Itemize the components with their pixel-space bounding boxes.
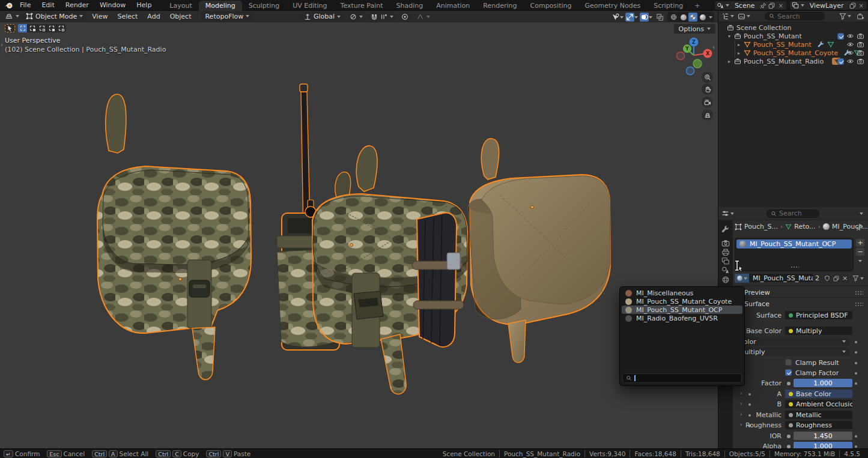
- roughness-field[interactable]: Roughness: [785, 421, 852, 429]
- display-mode-button[interactable]: [738, 13, 750, 20]
- metallic-field[interactable]: Metallic: [785, 411, 852, 419]
- breadcrumb-data[interactable]: Reto...: [794, 223, 815, 231]
- camera-view-button[interactable]: [702, 97, 713, 108]
- viewlayer-selector[interactable]: ViewLayer ×: [790, 1, 867, 10]
- tab-shading[interactable]: Shading: [390, 1, 430, 11]
- camera-render-icon[interactable]: [857, 49, 864, 56]
- exclude-checkbox[interactable]: [837, 58, 844, 65]
- remove-viewlayer-icon[interactable]: ×: [858, 2, 865, 9]
- tab-sculpting[interactable]: Sculpting: [242, 1, 286, 11]
- duplicate-material-icon[interactable]: [832, 274, 840, 283]
- select-mode-intersect[interactable]: [56, 24, 66, 32]
- tab-modeling[interactable]: Modeling: [199, 1, 242, 11]
- chevron-down-icon[interactable]: [709, 16, 712, 19]
- animate-dot[interactable]: [855, 362, 857, 364]
- animate-dot[interactable]: [855, 382, 857, 385]
- panel-grip[interactable]: [855, 302, 863, 306]
- camera-render-icon[interactable]: [857, 32, 864, 40]
- add-workspace-button[interactable]: +: [690, 1, 705, 11]
- filter-button[interactable]: [839, 13, 851, 20]
- animate-dot[interactable]: [855, 435, 857, 438]
- shading-solid-icon[interactable]: [679, 13, 688, 22]
- pouch-mutant-ocp[interactable]: [97, 94, 251, 380]
- disclosure-triangle[interactable]: ▸: [736, 50, 741, 56]
- animate-dot[interactable]: [855, 351, 857, 354]
- exclude-checkbox[interactable]: [837, 33, 844, 40]
- menu-search-input[interactable]: [622, 373, 742, 383]
- animate-dot[interactable]: [855, 372, 857, 375]
- menu-item-ocp[interactable]: MI_Pouch_SS_Mutant_OCP: [622, 306, 742, 314]
- row-label[interactable]: Pouch_SS_Mutant: [744, 32, 802, 40]
- retopoflow-menu[interactable]: RetopoFlow: [201, 12, 253, 21]
- menu-file[interactable]: File: [14, 0, 36, 11]
- pin-icon[interactable]: [760, 2, 766, 9]
- chevron-down-icon[interactable]: [620, 16, 624, 19]
- pin-icon[interactable]: [856, 224, 863, 231]
- perspective-toggle-button[interactable]: [702, 109, 713, 121]
- properties-editor-type-button[interactable]: [721, 209, 734, 217]
- outliner-row-pouch-collection[interactable]: ▾ Pouch_SS_Mutant: [718, 32, 802, 40]
- disclosure-triangle[interactable]: ▸: [736, 42, 741, 47]
- surface-shader-field[interactable]: Principled BSDF: [785, 311, 852, 319]
- unlink-scene-icon[interactable]: ×: [777, 2, 784, 9]
- alpha-slider[interactable]: 1.000: [794, 442, 852, 448]
- chevron-down-icon[interactable]: [634, 16, 638, 19]
- shading-material-preview-icon[interactable]: [688, 13, 697, 22]
- toolbar-expand-arrow[interactable]: ›: [1, 41, 3, 48]
- blend-mode-dropdown[interactable]: Multiply: [735, 348, 849, 356]
- tab-compositing[interactable]: Compositing: [524, 1, 578, 11]
- users-count-button[interactable]: 2: [813, 274, 822, 283]
- tab-viewlayer-icon[interactable]: [721, 257, 730, 265]
- base-color-field[interactable]: Multiply: [785, 327, 852, 335]
- viewport-3d[interactable]: User Perspective (102) Scene Collection …: [0, 22, 718, 448]
- outliner-row-pouch-mutant[interactable]: ▸ Pouch_SS_Mutant: [718, 40, 834, 49]
- tab-rendering[interactable]: Rendering: [476, 1, 523, 11]
- unlink-material-icon[interactable]: ×: [841, 274, 849, 283]
- xray-toggle-icon[interactable]: [655, 13, 664, 22]
- select-mode-invert[interactable]: [47, 24, 56, 32]
- pouch-mutant-coyote[interactable]: [468, 139, 610, 363]
- select-mode-subtract[interactable]: [37, 24, 47, 32]
- chevron-down-icon[interactable]: [649, 16, 652, 19]
- row-label[interactable]: Scene Collection: [736, 24, 791, 32]
- snap-target-selector[interactable]: [347, 12, 365, 21]
- proportional-editing-toggle[interactable]: [399, 12, 411, 21]
- blender-logo-icon[interactable]: [2, 1, 14, 10]
- eye-icon[interactable]: [846, 32, 854, 40]
- properties-search-input[interactable]: Search: [766, 209, 819, 218]
- tab-texture-paint[interactable]: Texture Paint: [334, 1, 390, 11]
- tab-layout[interactable]: Layout: [163, 1, 198, 11]
- eye-icon[interactable]: [846, 58, 854, 65]
- transform-orientation-selector[interactable]: Global: [300, 12, 344, 21]
- animate-dot[interactable]: [855, 341, 857, 343]
- camera-render-icon[interactable]: [857, 41, 864, 48]
- tab-render-icon[interactable]: [721, 239, 730, 247]
- ior-slider[interactable]: 1.450: [794, 432, 852, 440]
- menu-help[interactable]: Help: [131, 0, 157, 11]
- mesh-data-icon[interactable]: [827, 41, 834, 48]
- remove-slot-button[interactable]: −: [856, 248, 864, 256]
- new-viewlayer-icon[interactable]: [849, 2, 856, 9]
- clamp-result-checkbox[interactable]: [785, 359, 792, 366]
- active-tool-tweak-icon[interactable]: [5, 24, 15, 32]
- animate-dot[interactable]: [855, 445, 857, 448]
- disclosure-triangle[interactable]: ▾: [727, 34, 732, 39]
- list-resize-grip[interactable]: [791, 266, 799, 269]
- scene-name[interactable]: Scene: [731, 2, 759, 10]
- outliner-row-scene-collection[interactable]: Scene Collection: [718, 23, 791, 32]
- tab-scene-icon[interactable]: [721, 266, 730, 274]
- snap-toggle[interactable]: [368, 12, 396, 21]
- slot-specials-menu[interactable]: [858, 260, 862, 262]
- select-mode-extend[interactable]: [28, 24, 37, 32]
- mode-selector[interactable]: Object Mode: [22, 12, 86, 21]
- input-b-field[interactable]: Ambient Occlusion: [785, 400, 852, 408]
- tab-geometry-nodes[interactable]: Geometry Nodes: [578, 1, 647, 11]
- menu-item-uv5r[interactable]: MI_Radio_Baofeng_UV5R: [622, 314, 742, 322]
- row-label[interactable]: Pouch_SS_Mutant_Radio: [744, 58, 824, 65]
- shading-wireframe-icon[interactable]: [669, 13, 678, 22]
- outliner-row-radio-collection[interactable]: ▸ Pouch_SS_Mutant_Radio: [718, 57, 841, 65]
- eye-icon[interactable]: [846, 41, 854, 48]
- material-slot-active[interactable]: MI_Pouch_SS_Mutant_OCP: [736, 240, 852, 249]
- menu-render[interactable]: Render: [60, 0, 94, 11]
- editor-type-button[interactable]: [3, 12, 21, 21]
